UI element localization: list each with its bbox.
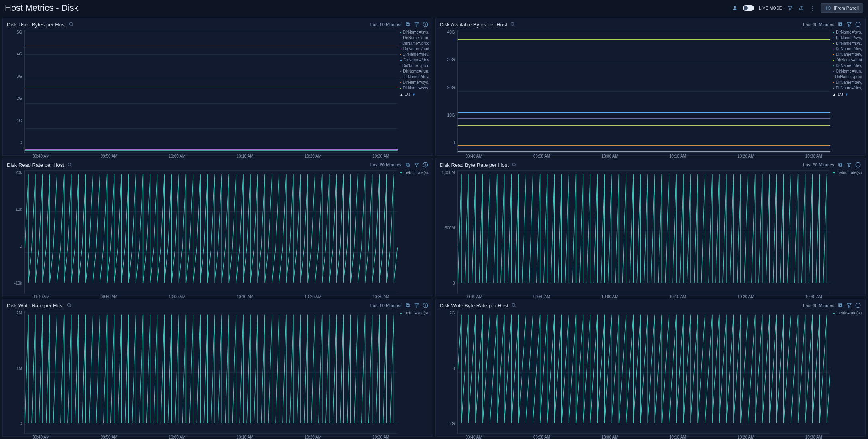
legend-item[interactable]: DirName=/mnt: [400, 47, 429, 51]
legend-item[interactable]: DirName=/sys,: [833, 41, 862, 45]
info-icon[interactable]: [422, 162, 429, 168]
legend-prev-icon[interactable]: ▲: [833, 93, 836, 97]
filter-icon[interactable]: [413, 21, 420, 28]
legend-page: 1/3: [838, 92, 843, 97]
svg-point-14: [68, 163, 71, 166]
legend-item[interactable]: metric=rate(su: [833, 170, 862, 175]
legend-item[interactable]: DirName=/dev,: [833, 86, 862, 90]
magnify-icon[interactable]: [66, 302, 73, 308]
live-mode-toggle[interactable]: [743, 5, 754, 11]
info-icon[interactable]: [422, 302, 429, 308]
y-tick: 10k: [16, 207, 22, 212]
legend-item[interactable]: metric=rate(su: [400, 311, 429, 315]
legend-swatch: [400, 65, 400, 66]
legend-item[interactable]: DirName=/dev,: [833, 52, 862, 57]
svg-point-2: [69, 22, 72, 25]
legend-label: metric=rate(su: [403, 311, 429, 315]
clock-icon: [825, 5, 831, 11]
filter-icon[interactable]: [846, 162, 852, 168]
filter-icon[interactable]: [413, 162, 420, 168]
legend-label: DirName=/run,: [403, 69, 429, 73]
panel-time-range: Last 60 Minutes: [803, 162, 834, 167]
y-tick: 1G: [17, 119, 22, 123]
y-tick: 5G: [17, 30, 22, 34]
copy-icon[interactable]: [837, 21, 844, 28]
info-icon[interactable]: [855, 21, 861, 28]
share-icon[interactable]: [798, 5, 805, 11]
magnify-icon[interactable]: [68, 21, 75, 28]
legend-swatch: [400, 82, 401, 83]
legend-swatch: [400, 32, 401, 33]
svg-rect-7: [425, 23, 425, 24]
series-line: [458, 151, 831, 152]
magnify-icon[interactable]: [67, 162, 73, 168]
legend-item[interactable]: DirName=/dev: [400, 58, 429, 62]
legend-label: DirName=/dev,: [836, 80, 862, 85]
legend-label: DirName=/sys,: [836, 36, 862, 40]
legend-swatch: [833, 32, 834, 33]
legend-item[interactable]: DirName=/proc: [833, 75, 862, 79]
legend-item[interactable]: DirName=/sys,: [833, 30, 862, 34]
legend-swatch: [833, 313, 835, 314]
legend-label: DirName=/dev,: [403, 52, 429, 57]
series-oscillation: [25, 312, 398, 425]
legend-item[interactable]: DirName=/run,: [400, 36, 429, 40]
info-icon[interactable]: [422, 21, 429, 28]
legend-item[interactable]: DirName=/proc: [400, 63, 429, 68]
legend-label: DirName=/dev: [403, 58, 429, 62]
legend-label: metric=rate(su: [837, 311, 862, 315]
svg-rect-24: [858, 164, 858, 166]
filter-icon[interactable]: [846, 302, 852, 308]
legend-label: DirName=/sys,: [836, 41, 862, 45]
x-tick: 09:50 AM: [100, 435, 117, 439]
panel-disk-used: Disk Used Bytes per HostLast 60 Minutes5…: [2, 18, 433, 156]
svg-rect-13: [858, 23, 858, 24]
filter-icon[interactable]: [846, 21, 852, 28]
copy-icon[interactable]: [837, 302, 844, 308]
info-icon[interactable]: [855, 162, 861, 168]
legend-item[interactable]: metric=rate(su: [833, 311, 862, 315]
info-icon[interactable]: [855, 302, 861, 308]
copy-icon[interactable]: [837, 162, 844, 168]
legend-label: DirName=/proc: [402, 41, 429, 45]
legend-item[interactable]: DirName=/run,: [833, 69, 862, 73]
more-menu-icon[interactable]: [809, 5, 816, 11]
legend-item[interactable]: DirName=/sys,: [833, 36, 862, 40]
legend-item[interactable]: DirName=/dev,: [833, 47, 862, 51]
legend-item[interactable]: DirName=/sys,: [400, 80, 429, 85]
legend-label: DirName=/run,: [403, 36, 429, 40]
y-tick: 0: [453, 281, 455, 285]
legend-item[interactable]: DirName=/sys,: [400, 86, 429, 90]
legend-next-icon[interactable]: ▼: [845, 93, 848, 97]
legend-next-icon[interactable]: ▼: [412, 93, 415, 97]
x-tick: 10:20 AM: [305, 435, 321, 439]
filter-icon[interactable]: [413, 302, 420, 308]
legend-prev-icon[interactable]: ▲: [400, 93, 403, 97]
y-tick: 3G: [17, 74, 22, 79]
x-tick: 09:40 AM: [33, 435, 49, 439]
legend-item[interactable]: DirName=/run,: [400, 69, 429, 73]
legend-item[interactable]: DirName=/proc: [400, 41, 429, 45]
magnify-icon[interactable]: [511, 302, 517, 308]
svg-point-26: [67, 303, 70, 306]
panel-disk-write-byte-rate: Disk Write Byte Rate per HostLast 60 Min…: [435, 299, 866, 437]
legend-item[interactable]: DirName=/sys,: [400, 30, 429, 34]
legend-item[interactable]: DirName=/mnt: [833, 58, 862, 62]
copy-icon[interactable]: [405, 302, 411, 308]
legend-item[interactable]: DirName=/dev,: [833, 80, 862, 85]
magnify-icon[interactable]: [511, 162, 518, 168]
y-tick: 1M: [16, 366, 22, 371]
time-range-button[interactable]: [From Panel]: [821, 3, 863, 13]
legend-item[interactable]: metric=rate(su: [400, 170, 429, 175]
legend-item[interactable]: DirName=/dev,: [400, 75, 429, 79]
magnify-icon[interactable]: [510, 21, 516, 28]
legend-label: DirName=/dev,: [836, 52, 862, 57]
y-tick: 4G: [17, 52, 22, 56]
legend-item[interactable]: DirName=/dev,: [833, 63, 862, 68]
series-line: [458, 112, 831, 113]
legend-label: metric=rate(su: [837, 170, 862, 175]
copy-icon[interactable]: [405, 21, 411, 28]
legend-item[interactable]: DirName=/dev,: [400, 52, 429, 57]
filter-icon[interactable]: [787, 5, 793, 11]
copy-icon[interactable]: [405, 162, 411, 168]
